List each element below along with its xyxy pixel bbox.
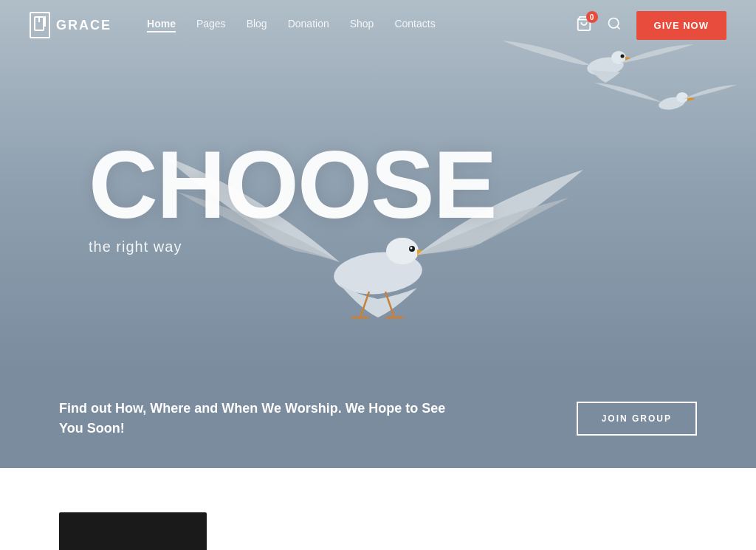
logo-icon xyxy=(30,12,50,38)
search-button[interactable] xyxy=(607,16,622,34)
banner-text: Find out How, Where and When We Worship.… xyxy=(59,399,472,439)
nav-shop[interactable]: Shop xyxy=(350,18,374,32)
hero-subtitle: the right way xyxy=(89,238,756,255)
main-nav: Home Pages Blog Donation Shop Contacts xyxy=(147,18,576,32)
hero-title: CHOOSE xyxy=(89,137,756,233)
content-thumbnail xyxy=(59,512,207,550)
cart-badge: 0 xyxy=(586,11,598,23)
nav-home[interactable]: Home xyxy=(147,18,176,32)
bottom-content xyxy=(0,468,756,550)
hero-content: CHOOSE the right way xyxy=(0,0,756,369)
logo-text: GRACE xyxy=(56,18,111,33)
cta-banner: Find out How, Where and When We Worship.… xyxy=(0,369,756,468)
join-group-button[interactable]: JOIN GROUP xyxy=(577,402,697,436)
nav-donation[interactable]: Donation xyxy=(288,18,329,32)
give-now-button[interactable]: GIVE NOW xyxy=(636,11,726,40)
nav-contacts[interactable]: Contacts xyxy=(394,18,435,32)
header-actions: 0 GIVE NOW xyxy=(576,11,726,40)
header: GRACE Home Pages Blog Donation Shop Cont… xyxy=(0,0,756,50)
search-icon xyxy=(607,16,622,31)
logo[interactable]: GRACE xyxy=(30,12,111,38)
cart-button[interactable]: 0 xyxy=(576,16,592,35)
hero-section: CHOOSE the right way xyxy=(0,0,756,369)
nav-pages[interactable]: Pages xyxy=(196,18,226,32)
nav-blog[interactable]: Blog xyxy=(247,18,267,32)
svg-point-3 xyxy=(608,18,618,28)
